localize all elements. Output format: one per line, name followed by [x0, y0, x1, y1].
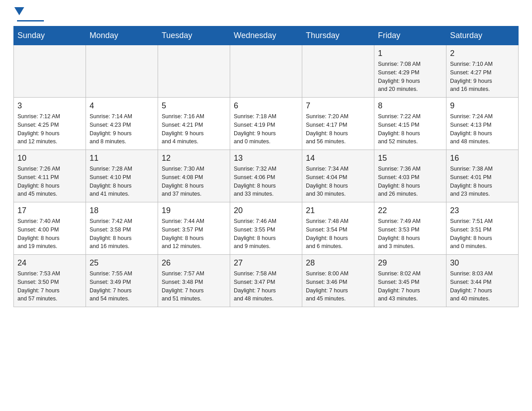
day-number: 29: [378, 258, 442, 268]
day-number: 27: [234, 258, 298, 268]
day-info: Sunrise: 7:26 AM Sunset: 4:11 PM Dayligh…: [17, 165, 82, 198]
day-number: 13: [234, 154, 298, 163]
calendar-cell: 26Sunrise: 7:57 AM Sunset: 3:48 PM Dayli…: [158, 255, 230, 307]
calendar-cell: 11Sunrise: 7:28 AM Sunset: 4:10 PM Dayli…: [86, 150, 158, 202]
day-number: 18: [90, 206, 154, 215]
day-number: 8: [378, 101, 442, 111]
calendar-cell: 10Sunrise: 7:26 AM Sunset: 4:11 PM Dayli…: [14, 150, 86, 202]
day-number: 22: [378, 206, 442, 215]
calendar-cell: 23Sunrise: 7:51 AM Sunset: 3:51 PM Dayli…: [446, 202, 519, 255]
day-info: Sunrise: 7:30 AM Sunset: 4:08 PM Dayligh…: [162, 165, 226, 198]
day-number: 14: [306, 154, 370, 163]
day-info: Sunrise: 7:40 AM Sunset: 4:00 PM Dayligh…: [17, 217, 82, 251]
day-info: Sunrise: 8:00 AM Sunset: 3:46 PM Dayligh…: [306, 270, 370, 303]
calendar-cell: 14Sunrise: 7:34 AM Sunset: 4:04 PM Dayli…: [302, 150, 374, 202]
day-info: Sunrise: 7:34 AM Sunset: 4:04 PM Dayligh…: [306, 165, 370, 198]
day-info: Sunrise: 7:57 AM Sunset: 3:48 PM Dayligh…: [162, 270, 226, 303]
calendar-cell: 4Sunrise: 7:14 AM Sunset: 4:23 PM Daylig…: [86, 98, 158, 150]
weekday-header-wednesday: Wednesday: [230, 26, 302, 45]
day-info: Sunrise: 8:02 AM Sunset: 3:45 PM Dayligh…: [378, 270, 442, 303]
day-info: Sunrise: 7:12 AM Sunset: 4:25 PM Dayligh…: [17, 112, 82, 146]
day-number: 1: [378, 49, 442, 58]
calendar-cell: 13Sunrise: 7:32 AM Sunset: 4:06 PM Dayli…: [230, 150, 302, 202]
calendar-cell: 29Sunrise: 8:02 AM Sunset: 3:45 PM Dayli…: [374, 255, 446, 307]
day-number: 19: [162, 206, 226, 215]
svg-marker-0: [14, 7, 24, 15]
day-number: 6: [234, 101, 298, 111]
calendar-cell: 30Sunrise: 8:03 AM Sunset: 3:44 PM Dayli…: [446, 255, 519, 307]
calendar-cell: [302, 45, 374, 98]
calendar-cell: [14, 45, 86, 98]
calendar-cell: 15Sunrise: 7:36 AM Sunset: 4:03 PM Dayli…: [374, 150, 446, 202]
calendar-week-row: 3Sunrise: 7:12 AM Sunset: 4:25 PM Daylig…: [14, 98, 519, 150]
day-info: Sunrise: 7:10 AM Sunset: 4:27 PM Dayligh…: [450, 60, 515, 94]
day-info: Sunrise: 7:58 AM Sunset: 3:47 PM Dayligh…: [234, 270, 298, 303]
page-header: [13, 9, 519, 21]
calendar-cell: 1Sunrise: 7:08 AM Sunset: 4:29 PM Daylig…: [374, 45, 446, 98]
calendar-cell: 22Sunrise: 7:49 AM Sunset: 3:53 PM Dayli…: [374, 202, 446, 255]
logo-underline: [17, 20, 44, 21]
calendar-cell: 8Sunrise: 7:22 AM Sunset: 4:15 PM Daylig…: [374, 98, 446, 150]
day-number: 20: [234, 206, 298, 215]
calendar-cell: [230, 45, 302, 98]
calendar-cell: 7Sunrise: 7:20 AM Sunset: 4:17 PM Daylig…: [302, 98, 374, 150]
calendar-cell: 18Sunrise: 7:42 AM Sunset: 3:58 PM Dayli…: [86, 202, 158, 255]
day-number: 16: [450, 154, 515, 163]
calendar-cell: 16Sunrise: 7:38 AM Sunset: 4:01 PM Dayli…: [446, 150, 519, 202]
day-number: 11: [90, 154, 154, 163]
calendar-cell: 9Sunrise: 7:24 AM Sunset: 4:13 PM Daylig…: [446, 98, 519, 150]
calendar-cell: [86, 45, 158, 98]
day-number: 25: [90, 258, 154, 268]
calendar-cell: 6Sunrise: 7:18 AM Sunset: 4:19 PM Daylig…: [230, 98, 302, 150]
calendar-week-row: 24Sunrise: 7:53 AM Sunset: 3:50 PM Dayli…: [14, 255, 519, 307]
day-number: 28: [306, 258, 370, 268]
calendar-week-row: 1Sunrise: 7:08 AM Sunset: 4:29 PM Daylig…: [14, 45, 519, 98]
day-number: 24: [17, 258, 82, 268]
weekday-header-friday: Friday: [374, 26, 446, 45]
calendar-cell: 20Sunrise: 7:46 AM Sunset: 3:55 PM Dayli…: [230, 202, 302, 255]
day-info: Sunrise: 7:44 AM Sunset: 3:57 PM Dayligh…: [162, 217, 226, 251]
weekday-header-monday: Monday: [86, 26, 158, 45]
day-number: 23: [450, 206, 515, 215]
day-info: Sunrise: 7:22 AM Sunset: 4:15 PM Dayligh…: [378, 112, 442, 146]
calendar-table: SundayMondayTuesdayWednesdayThursdayFrid…: [13, 26, 519, 307]
logo-triangle-icon: [14, 7, 24, 15]
day-number: 15: [378, 154, 442, 163]
day-number: 3: [17, 101, 82, 111]
day-info: Sunrise: 7:36 AM Sunset: 4:03 PM Dayligh…: [378, 165, 442, 198]
calendar-cell: 25Sunrise: 7:55 AM Sunset: 3:49 PM Dayli…: [86, 255, 158, 307]
weekday-header-sunday: Sunday: [14, 26, 86, 45]
logo: [13, 9, 44, 21]
day-info: Sunrise: 7:53 AM Sunset: 3:50 PM Dayligh…: [17, 270, 82, 303]
day-info: Sunrise: 8:03 AM Sunset: 3:44 PM Dayligh…: [450, 270, 515, 303]
day-info: Sunrise: 7:49 AM Sunset: 3:53 PM Dayligh…: [378, 217, 442, 251]
calendar-week-row: 10Sunrise: 7:26 AM Sunset: 4:11 PM Dayli…: [14, 150, 519, 202]
calendar-cell: 5Sunrise: 7:16 AM Sunset: 4:21 PM Daylig…: [158, 98, 230, 150]
day-number: 4: [90, 101, 154, 111]
day-info: Sunrise: 7:24 AM Sunset: 4:13 PM Dayligh…: [450, 112, 515, 146]
calendar-cell: 3Sunrise: 7:12 AM Sunset: 4:25 PM Daylig…: [14, 98, 86, 150]
day-number: 17: [17, 206, 82, 215]
weekday-header-row: SundayMondayTuesdayWednesdayThursdayFrid…: [14, 26, 519, 45]
day-number: 2: [450, 49, 515, 58]
day-number: 7: [306, 101, 370, 111]
day-number: 30: [450, 258, 515, 268]
weekday-header-saturday: Saturday: [446, 26, 519, 45]
day-info: Sunrise: 7:08 AM Sunset: 4:29 PM Dayligh…: [378, 60, 442, 94]
day-info: Sunrise: 7:46 AM Sunset: 3:55 PM Dayligh…: [234, 217, 298, 251]
day-info: Sunrise: 7:55 AM Sunset: 3:49 PM Dayligh…: [90, 270, 154, 303]
weekday-header-tuesday: Tuesday: [158, 26, 230, 45]
day-info: Sunrise: 7:14 AM Sunset: 4:23 PM Dayligh…: [90, 112, 154, 146]
calendar-cell: [158, 45, 230, 98]
calendar-cell: 12Sunrise: 7:30 AM Sunset: 4:08 PM Dayli…: [158, 150, 230, 202]
calendar-cell: 19Sunrise: 7:44 AM Sunset: 3:57 PM Dayli…: [158, 202, 230, 255]
day-info: Sunrise: 7:42 AM Sunset: 3:58 PM Dayligh…: [90, 217, 154, 251]
calendar-cell: 2Sunrise: 7:10 AM Sunset: 4:27 PM Daylig…: [446, 45, 519, 98]
day-info: Sunrise: 7:48 AM Sunset: 3:54 PM Dayligh…: [306, 217, 370, 251]
calendar-week-row: 17Sunrise: 7:40 AM Sunset: 4:00 PM Dayli…: [14, 202, 519, 255]
day-number: 9: [450, 101, 515, 111]
calendar-cell: 21Sunrise: 7:48 AM Sunset: 3:54 PM Dayli…: [302, 202, 374, 255]
day-number: 12: [162, 154, 226, 163]
calendar-cell: 24Sunrise: 7:53 AM Sunset: 3:50 PM Dayli…: [14, 255, 86, 307]
day-number: 26: [162, 258, 226, 268]
